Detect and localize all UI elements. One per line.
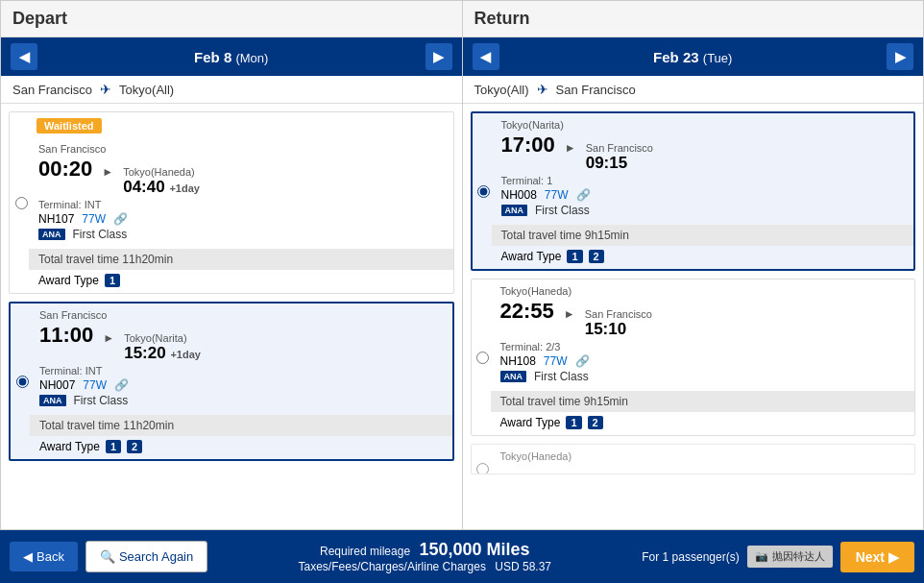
depart-f2-aircraft-link[interactable]: 77W (83, 378, 107, 392)
depart-date: Feb 8 (Mon) (194, 49, 268, 65)
return-flight-2-radio-col (472, 279, 491, 435)
return-flight-2: Tokyo(Haneda) 22:55 ► San Francisco 15:1… (471, 279, 916, 436)
back-button[interactable]: ◀ Back (10, 542, 78, 571)
return-date-nav: ◀ Feb 23 (Tue) ▶ (463, 37, 924, 76)
return-f2-aircraft-link[interactable]: 77W (544, 354, 568, 368)
return-date: Feb 23 (Tue) (653, 49, 732, 65)
depart-title: Depart (12, 9, 450, 29)
return-next-btn[interactable]: ▶ (887, 43, 913, 70)
search-again-button[interactable]: 🔍 Search Again (85, 541, 207, 572)
return-route: Tokyo(All) ✈ San Francisco (463, 76, 924, 104)
content-area: Depart ◀ Feb 8 (Mon) ▶ San Francisco ✈ T… (0, 0, 924, 530)
return-f1-aircraft-link[interactable]: 77W (545, 188, 569, 202)
waitlisted-badge: Waitlisted (36, 118, 102, 134)
depart-route: San Francisco ✈ Tokyo(All) (1, 76, 462, 104)
return-flight-1: Tokyo(Narita) 17:00 ► San Francisco 09:1… (471, 111, 916, 271)
depart-f2-award-2: 2 (127, 440, 142, 453)
depart-f1-ana-logo: ANA (38, 229, 65, 240)
next-arrow-icon: ▶ (888, 549, 899, 565)
depart-panel: Depart ◀ Feb 8 (Mon) ▶ San Francisco ✈ T… (0, 0, 462, 530)
depart-flight-2-radio[interactable] (16, 376, 29, 388)
return-panel: Return ◀ Feb 23 (Tue) ▶ Tokyo(All) ✈ San… (462, 0, 925, 530)
depart-flight-1: Waitlisted San Francisco 00:20 ► Tokyo(H… (9, 111, 454, 294)
depart-flight-1-radio[interactable] (15, 197, 28, 209)
depart-f2-travel-time: Total travel time 11h20min (30, 415, 452, 436)
depart-f1-travel-time: Total travel time 11h20min (29, 249, 453, 270)
search-icon: 🔍 (100, 549, 115, 564)
return-flight-1-radio[interactable] (477, 185, 490, 198)
depart-route-arrow: ✈ (100, 82, 111, 97)
return-flights-list: Tokyo(Narita) 17:00 ► San Francisco 09:1… (463, 104, 924, 529)
depart-flight-2-radio-col (11, 304, 30, 459)
return-flight-3: Tokyo(Haneda) ► Los Angeles(LAX) (471, 444, 916, 474)
award-type-label-f1: Award Type (38, 274, 99, 287)
depart-f1-award-1: 1 (105, 274, 120, 287)
return-flight-3-radio[interactable] (476, 463, 489, 475)
return-f1-ana-logo: ANA (501, 205, 528, 216)
return-f2-award-1: 1 (566, 416, 581, 429)
return-f1-award-2: 2 (589, 250, 604, 263)
main-container: Depart ◀ Feb 8 (Mon) ▶ San Francisco ✈ T… (0, 0, 924, 583)
return-award-type-label-r1: Award Type (501, 250, 562, 263)
return-f2-travel-time: Total travel time 9h15min (491, 391, 915, 412)
return-award-type-label-r2: Award Type (500, 416, 561, 429)
depart-flight-2: San Francisco 11:00 ► Tokyo(Narita) 15:2… (9, 302, 454, 461)
depart-f1-aircraft-link[interactable]: 77W (82, 212, 106, 226)
depart-f2-ana-logo: ANA (39, 395, 66, 406)
return-f1-travel-time: Total travel time 9h15min (492, 225, 914, 246)
depart-prev-btn[interactable]: ◀ (11, 43, 37, 70)
award-type-label-f2: Award Type (39, 440, 100, 453)
return-f1-award-1: 1 (567, 250, 582, 263)
depart-flight-1-radio-col (10, 112, 29, 293)
return-route-arrow: ✈ (537, 82, 548, 97)
depart-date-nav: ◀ Feb 8 (Mon) ▶ (1, 37, 462, 76)
return-title: Return (474, 9, 912, 29)
depart-header: Depart (1, 1, 462, 37)
depart-f2-award-1: 1 (106, 440, 121, 453)
passengers-info: For 1 passenger(s) (642, 550, 739, 564)
return-header: Return (463, 1, 924, 37)
bottom-bar: ◀ Back 🔍 Search Again Required mileage 1… (0, 530, 924, 583)
depart-next-btn[interactable]: ▶ (426, 43, 452, 70)
next-button[interactable]: Next ▶ (840, 542, 914, 572)
return-flight-1-radio-col (473, 113, 492, 269)
return-f2-award-2: 2 (588, 416, 603, 429)
watermark: 📷 抛因特达人 (747, 546, 833, 568)
return-f2-ana-logo: ANA (500, 371, 527, 382)
miles-value: 150,000 Miles (419, 540, 529, 559)
depart-flights-list: Waitlisted San Francisco 00:20 ► Tokyo(H… (1, 104, 462, 529)
return-prev-btn[interactable]: ◀ (473, 43, 499, 70)
return-flight-2-radio[interactable] (476, 352, 489, 364)
back-arrow-icon: ◀ (23, 549, 33, 564)
mileage-info: Required mileage 150,000 Miles Taxes/Fee… (215, 540, 634, 573)
